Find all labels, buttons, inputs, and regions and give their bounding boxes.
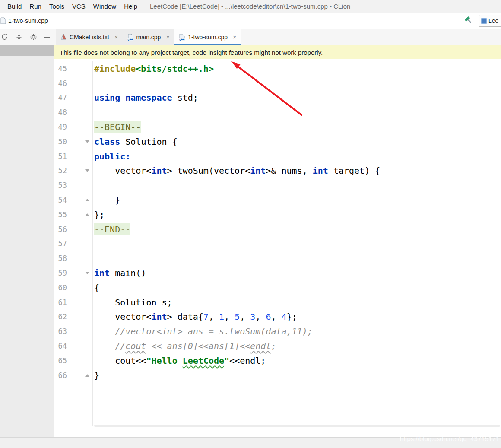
horizontal-scrollbar[interactable] <box>94 425 500 427</box>
line-number: 64 <box>54 342 67 350</box>
code-line[interactable]: 63 //vector<int> ans = s.twoSum(data,11)… <box>54 324 501 339</box>
cpp-file-icon: c++ <box>179 34 185 41</box>
code-line[interactable]: 54 } <box>54 193 501 207</box>
build-hammer-icon[interactable] <box>464 16 473 26</box>
fold-gutter <box>67 199 92 201</box>
fold-expand-icon[interactable] <box>85 169 89 172</box>
code-text: { <box>92 283 99 293</box>
code-text: using namespace std; <box>92 92 198 103</box>
tab-close-icon[interactable]: × <box>166 33 170 41</box>
watermark-text: https://blog.csdn.net/qq_43715171 <box>400 435 499 442</box>
code-text: --BEGIN-- <box>92 122 141 132</box>
code-line[interactable]: 64 //cout << ans[0]<<ans[1]<<endl; <box>54 339 501 353</box>
menu-vcs[interactable]: VCS <box>68 3 89 10</box>
code-editor[interactable]: This file does not belong to any project… <box>54 45 501 437</box>
code-line[interactable]: 47using namespace std; <box>54 91 501 105</box>
code-line[interactable]: 65 cout<<"Hello LeetCode"<<endl; <box>54 353 501 368</box>
line-number: 63 <box>54 327 67 336</box>
menu-build[interactable]: Build <box>3 3 25 10</box>
project-panel-header <box>0 45 54 56</box>
menu-run[interactable]: Run <box>25 3 45 10</box>
code-text: vector<int> data{7, 1, 5, 3, 6, 4}; <box>92 311 297 322</box>
code-line[interactable]: 57 <box>54 237 501 251</box>
line-number: 66 <box>54 371 67 380</box>
fold-end-icon[interactable] <box>85 199 89 201</box>
code-line[interactable]: 45#include<bits/stdc++.h> <box>54 61 501 76</box>
cmake-file-icon <box>60 34 67 41</box>
code-line[interactable]: 46 <box>54 76 501 91</box>
tab-close-icon[interactable]: × <box>114 33 118 41</box>
code-text: Solution s; <box>92 297 172 308</box>
code-line[interactable]: 66} <box>54 368 501 383</box>
fold-gutter <box>67 272 92 274</box>
hide-panel-icon[interactable] <box>44 37 50 38</box>
line-number: 61 <box>54 298 67 307</box>
fold-expand-icon[interactable] <box>85 140 89 143</box>
fold-expand-icon[interactable] <box>85 272 89 274</box>
window-title: LeetCode [E:\LeetCode] - ...\leetcode\ed… <box>150 3 350 10</box>
menu-window[interactable]: Window <box>89 3 120 10</box>
code-line[interactable]: 51public: <box>54 149 501 164</box>
tab-1-two-sum-cpp[interactable]: c++ 1-two-sum.cpp × <box>174 29 241 45</box>
fold-gutter <box>67 169 92 172</box>
line-number: 51 <box>54 152 67 161</box>
code-line[interactable]: 60{ <box>54 280 501 295</box>
clion-window: Build Run Tools VCS Window Help LeetCode… <box>0 0 501 448</box>
code-line[interactable]: 62 vector<int> data{7, 1, 5, 3, 6, 4}; <box>54 310 501 324</box>
cpp-file-icon: c++ <box>127 34 134 41</box>
line-number: 48 <box>54 108 67 117</box>
run-config-icon <box>481 18 487 24</box>
line-number: 62 <box>54 312 67 321</box>
line-number: 58 <box>54 254 67 263</box>
code-text: } <box>92 195 120 205</box>
code-line[interactable]: 59int main() <box>54 266 501 280</box>
code-text: //vector<int> ans = s.twoSum(data,11); <box>92 326 313 337</box>
breadcrumb[interactable]: 1-two-sum.cpp <box>8 17 48 24</box>
line-number: 55 <box>54 210 67 219</box>
tab-cmakelists[interactable]: CMakeLists.txt × <box>56 29 123 45</box>
menu-tools[interactable]: Tools <box>45 3 68 10</box>
tab-label: main.cpp <box>136 34 161 41</box>
code-lines: 45#include<bits/stdc++.h>4647using names… <box>54 59 501 383</box>
tab-label: CMakeLists.txt <box>70 34 109 41</box>
code-line[interactable]: 53 <box>54 178 501 193</box>
line-number: 49 <box>54 123 67 131</box>
code-line[interactable]: 56--END-- <box>54 222 501 237</box>
tab-label: 1-two-sum.cpp <box>188 34 228 41</box>
refresh-icon[interactable] <box>1 33 8 41</box>
code-line[interactable]: 50class Solution { <box>54 134 501 149</box>
tab-close-icon[interactable]: × <box>233 33 237 41</box>
project-target-warning-banner: This file does not belong to any project… <box>54 45 501 59</box>
menu-help[interactable]: Help <box>120 3 141 10</box>
project-panel <box>0 45 54 437</box>
fold-end-icon[interactable] <box>85 213 89 216</box>
project-panel-toolbar <box>0 29 54 45</box>
code-line[interactable]: 52 vector<int> twoSum(vector<int>& nums,… <box>54 164 501 178</box>
collapse-all-icon[interactable] <box>16 34 22 41</box>
tab-main-cpp[interactable]: c++ main.cpp × <box>123 29 175 45</box>
code-line[interactable]: 55}; <box>54 207 501 222</box>
code-text: cout<<"Hello LeetCode"<<endl; <box>92 356 266 366</box>
code-line[interactable]: 49--BEGIN-- <box>54 120 501 134</box>
line-number: 50 <box>54 137 67 146</box>
menu-bar: Build Run Tools VCS Window Help LeetCode… <box>0 0 501 13</box>
run-configuration-selector[interactable]: Lee <box>479 15 501 27</box>
fold-gutter <box>67 374 92 377</box>
cpp-file-icon <box>0 17 6 24</box>
settings-gear-icon[interactable] <box>30 33 37 41</box>
code-text: class Solution { <box>92 137 178 147</box>
code-text: //cout << ans[0]<<ans[1]<<endl; <box>92 341 276 351</box>
code-text: #include<bits/stdc++.h> <box>92 64 214 74</box>
main-area: This file does not belong to any project… <box>0 45 501 437</box>
line-number: 57 <box>54 239 67 248</box>
line-number: 45 <box>54 64 67 73</box>
editor-tab-bar: CMakeLists.txt × c++ main.cpp × c++ 1-tw… <box>0 29 501 45</box>
editor-tabs: CMakeLists.txt × c++ main.cpp × c++ 1-tw… <box>56 29 241 45</box>
code-text: }; <box>92 210 105 220</box>
fold-end-icon[interactable] <box>85 374 89 377</box>
fold-gutter <box>67 140 92 143</box>
line-number: 54 <box>54 196 67 204</box>
code-line[interactable]: 58 <box>54 251 501 266</box>
code-line[interactable]: 48 <box>54 105 501 120</box>
code-line[interactable]: 61 Solution s; <box>54 295 501 310</box>
